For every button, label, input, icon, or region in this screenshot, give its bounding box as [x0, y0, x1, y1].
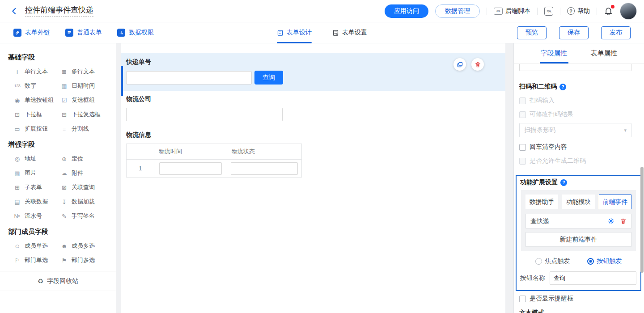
logistics-company-input[interactable] [126, 108, 283, 121]
notification-bell-icon[interactable] [604, 6, 613, 16]
sidebar-item-location[interactable]: ⊕定位 [60, 152, 107, 166]
sidebar-item-multi-line-text[interactable]: ≣多行文本 [60, 64, 107, 79]
extension-container: 数据助手 功能模块 前端事件 查快递 新建前端事件 [521, 190, 636, 251]
form-title[interactable]: 控件前端事件查快递 [25, 5, 93, 17]
tab-form-settings[interactable]: 表单设置 [332, 22, 367, 43]
sidebar-item-number[interactable]: 123数字 [13, 79, 60, 93]
back-button[interactable] [9, 6, 20, 17]
tab-data-helper[interactable]: 数据助手 [525, 195, 558, 209]
normal-form-label: 普通表单 [77, 29, 102, 37]
data-permission-button[interactable]: 数据权限 [117, 29, 154, 37]
sidebar-item-address[interactable]: ◎地址 [13, 152, 60, 166]
sidebar-item-single-line-text[interactable]: T单行文本 [13, 64, 60, 79]
search-button[interactable]: 查询 [254, 71, 283, 85]
sidebar-item-related-query[interactable]: ⊠关联查询 [60, 180, 107, 195]
express-number-input[interactable] [126, 71, 252, 85]
help-label: 帮助 [577, 7, 590, 15]
help-button[interactable]: ? 帮助 [567, 7, 590, 15]
field-express-number[interactable]: 快递单号 查询 [121, 53, 505, 91]
data-manage-button[interactable]: 数据管理 [435, 4, 480, 18]
number-icon: 123 [13, 84, 21, 88]
radio-group-icon: ◉ [13, 97, 21, 104]
new-frontend-event-button[interactable]: 新建前端事件 [525, 232, 631, 247]
user-avatar[interactable] [620, 3, 637, 20]
field-label: 快递单号 [126, 58, 505, 67]
help-question-icon[interactable]: ? [559, 84, 566, 90]
dropdown-icon: ⊡ [13, 111, 21, 118]
checkbox-enter-clear[interactable] [519, 144, 526, 151]
checkbox-show-reminder[interactable] [519, 296, 526, 302]
sidebar-item-extend-button[interactable]: ▭扩展按钮 [13, 122, 60, 136]
sidebar-item-dept-multi[interactable]: ⚑部门多选 [60, 253, 107, 267]
tab-function-module[interactable]: 功能模块 [562, 195, 595, 209]
logistics-time-input[interactable] [159, 162, 222, 175]
checkbox-row-enter-clear[interactable]: 回车清空内容 [519, 143, 639, 151]
sidebar-item-image[interactable]: ▧图片 [13, 166, 60, 180]
copy-field-button[interactable] [453, 58, 466, 71]
app-access-button[interactable]: 应用访问 [385, 4, 428, 18]
checkbox-scan-input[interactable] [519, 97, 526, 104]
sidebar-item-data-load[interactable]: ↧数据加载 [60, 195, 107, 209]
subform-icon: ⊞ [13, 184, 21, 191]
notification-dot [611, 5, 614, 8]
sidebar-item-member-single[interactable]: ☺成员单选 [13, 239, 60, 253]
event-delete-button[interactable] [620, 218, 627, 224]
sidebar-item-attachment[interactable]: ☁附件 [60, 166, 107, 180]
checkbox-row-show-reminder[interactable]: 是否显示提醒框 [519, 295, 639, 303]
tab-form-properties[interactable]: 表单属性 [591, 43, 618, 63]
row-index: 1 [127, 160, 154, 178]
code-icon: </> [494, 8, 503, 15]
field-logistics-info[interactable]: 物流信息 物流时间 物流状态 1 [121, 127, 505, 178]
sidebar-item-member-multi[interactable]: ☻成员多选 [60, 239, 107, 253]
logistics-status-input[interactable] [231, 162, 298, 175]
field-logistics-company[interactable]: 物流公司 [121, 92, 505, 121]
sidebar-item-subform[interactable]: ⊞子表单 [13, 180, 60, 195]
scan-type-dropdown[interactable]: 扫描条形码 ▾ [519, 123, 631, 137]
publish-button[interactable]: 发布 [601, 26, 631, 39]
sidebar-item-related-data[interactable]: ▤关联数据 [13, 195, 60, 209]
event-settings-button[interactable] [608, 218, 614, 224]
sidebar-item-datetime[interactable]: ▦日期时间 [60, 79, 107, 93]
form-external-link-button[interactable]: 表单外链 [13, 29, 50, 37]
event-name: 查快递 [530, 217, 549, 225]
sidebar-item-signature[interactable]: ✎手写签名 [60, 209, 107, 223]
radio-button-trigger[interactable]: 按钮触发 [587, 257, 622, 265]
tab-frontend-event[interactable]: 前端事件 [599, 195, 631, 209]
sidebar-item-label: 单行文本 [25, 68, 48, 76]
checkbox-row-generate-qr[interactable]: 是否允许生成二维码 [519, 157, 639, 165]
tab-form-design[interactable]: 表单设计 [277, 22, 312, 43]
sidebar-item-label: 关联查询 [72, 183, 95, 191]
radio-focus-trigger[interactable]: 焦点触发 [535, 257, 570, 265]
sidebar-item-dept-single[interactable]: ⚐部门单选 [13, 253, 60, 267]
single-line-text-icon: T [13, 68, 21, 75]
sidebar-item-divider-line[interactable]: ≡分割线 [60, 122, 107, 136]
clipped-input[interactable] [519, 64, 631, 71]
panel-scrollbar[interactable] [640, 167, 644, 273]
sidebar-item-checkbox-group[interactable]: ☑复选框组 [60, 93, 107, 107]
sidebar-item-dropdown[interactable]: ⊡下拉框 [13, 107, 60, 122]
trash-icon [620, 218, 627, 224]
sidebar-item-serial-number[interactable]: №流水号 [13, 209, 60, 223]
help-question-icon[interactable]: ? [560, 179, 567, 186]
normal-form-button[interactable]: 普通表单 [65, 29, 102, 37]
field-recycle-bin-button[interactable]: ♻ 字段回收站 [0, 271, 116, 291]
text-mode-section-title: 文本模式 [519, 309, 544, 313]
delete-field-button[interactable] [471, 58, 484, 71]
dept-multi-icon: ⚑ [60, 257, 68, 264]
contacts-icon[interactable]: ≡A [544, 7, 553, 16]
save-button[interactable]: 保存 [559, 26, 589, 39]
checkbox-generate-qr[interactable] [519, 158, 526, 165]
button-name-input[interactable] [550, 271, 636, 285]
checkbox-row-scan-input[interactable]: 扫码输入 [519, 97, 639, 105]
sidebar-item-radio-group[interactable]: ◉单选按钮组 [13, 93, 60, 107]
backend-script-button[interactable]: </> 后端脚本 [494, 7, 530, 15]
backend-script-label: 后端脚本 [505, 7, 530, 15]
sidebar-item-label: 部门多选 [72, 256, 95, 264]
checkbox-row-editable-result[interactable]: ✓ 可修改扫码结果 [519, 110, 639, 118]
preview-button[interactable]: 预览 [517, 26, 547, 39]
checkbox-editable-result[interactable]: ✓ [519, 111, 526, 118]
multi-dropdown-icon: ⊟ [60, 111, 68, 118]
sidebar-item-multi-dropdown[interactable]: ⊟下拉复选框 [60, 107, 107, 122]
tab-field-properties[interactable]: 字段属性 [541, 43, 568, 63]
frontend-event-item[interactable]: 查快递 [525, 214, 631, 228]
